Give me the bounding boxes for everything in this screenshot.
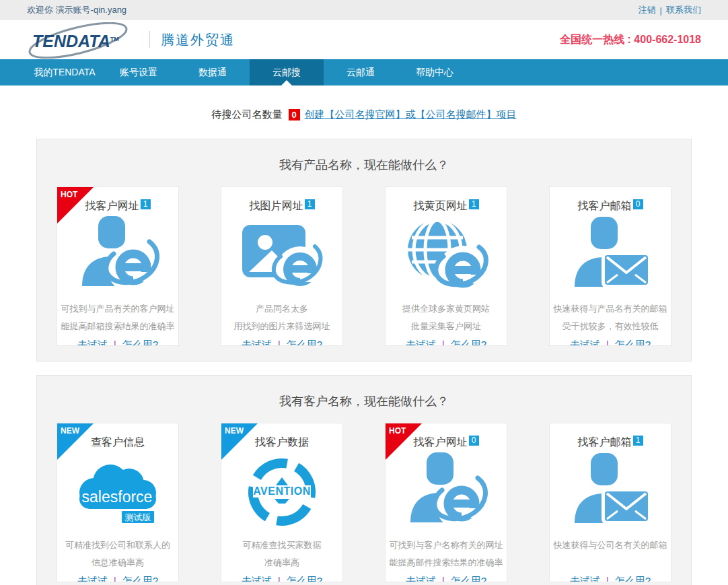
pending-company-bar: 待搜公司名数量 0 创建【公司名搜官网】或【公司名搜邮件】项目 xyxy=(0,108,728,121)
header-divider xyxy=(149,31,150,48)
topbar-separator: | xyxy=(660,5,662,15)
card-links: 去试试|怎么用? xyxy=(386,575,507,582)
header: TENDATATM 腾道外贸通 全国统一热线 : 400-662-1018 xyxy=(0,20,728,59)
section-title: 我有产品名称，现在能做什么？ xyxy=(57,139,671,186)
count-badge: 1 xyxy=(469,199,479,209)
pending-count-badge: 0 xyxy=(289,109,300,121)
how-to-link[interactable]: 怎么用? xyxy=(122,575,158,582)
card-find-customer-email-2: 找客户邮箱1 快速获得与公司名有关的邮箱 xyxy=(549,423,671,582)
product-name: 腾道外贸通 xyxy=(161,31,235,49)
trial-badge: 测试版 xyxy=(125,512,151,522)
logo-wordmark: TENDATATM xyxy=(32,32,119,51)
card-find-yellowpage-website: 找黄页网址1 xyxy=(385,186,507,346)
card-description: 可精准查找买家数据 准确率高 xyxy=(221,537,342,572)
nav-item-cloud-mail-search[interactable]: 云邮搜 xyxy=(250,59,324,85)
person-email-icon xyxy=(550,450,671,537)
card-links: 去试试|怎么用? xyxy=(57,575,178,582)
card-links: 去试试|怎么用? xyxy=(550,339,671,346)
new-ribbon: NEW xyxy=(221,423,258,460)
try-link[interactable]: 去试试 xyxy=(77,575,108,582)
how-to-link[interactable]: 怎么用? xyxy=(451,575,486,582)
nav-item-data-pass[interactable]: 数据通 xyxy=(176,59,250,85)
card-check-customer-info: NEW 查客户信息 salesforce 测试版 可精准找 xyxy=(57,423,179,582)
card-description: 可找到与产品有关的客户网址 能提高邮箱搜索结果的准确率 xyxy=(57,300,178,335)
card-find-customer-website: HOT 找客户网址1 可找到与产品有关的客户网址 能提高邮箱搜索结果的准 xyxy=(57,186,179,346)
salesforce-logo: salesforce 测试版 xyxy=(57,450,178,537)
main-nav: 我的TENDATA 账号设置 数据通 云邮搜 云邮通 帮助中心 xyxy=(0,59,728,85)
topbar-links: 注销 | 联系我们 xyxy=(639,4,701,16)
image-browser-icon xyxy=(221,214,342,300)
nav-item-help-center[interactable]: 帮助中心 xyxy=(398,59,472,85)
count-badge: 1 xyxy=(305,199,315,209)
tendata-logo: TENDATATM xyxy=(27,22,145,58)
card-find-customer-website-2: HOT 找客户网址0 可找到与客户名称有关的网址 能提高邮件搜索结果的准 xyxy=(385,423,507,582)
welcome-text: 欢迎你 演示账号-qin.yang xyxy=(27,4,126,16)
nav-item-cloud-mail-pass[interactable]: 云邮通 xyxy=(324,59,398,85)
svg-text:salesforce: salesforce xyxy=(82,488,153,506)
count-badge: 1 xyxy=(633,436,643,446)
try-link[interactable]: 去试试 xyxy=(77,339,108,346)
contact-us-link[interactable]: 联系我们 xyxy=(666,4,701,16)
card-find-customer-email: 找客户邮箱0 快速获得与产品名有关的邮箱 受干扰较多，有效性较低 xyxy=(549,186,671,346)
new-ribbon: NEW xyxy=(57,423,94,460)
card-find-customer-data: NEW 找客户数据 AVENTION 可精准查找买家数据 准确率高 去试试|怎么… xyxy=(221,423,343,582)
try-link[interactable]: 去试试 xyxy=(242,339,272,346)
try-link[interactable]: 去试试 xyxy=(570,339,600,346)
card-links: 去试试|怎么用? xyxy=(221,575,342,582)
person-email-icon xyxy=(550,214,671,300)
try-link[interactable]: 去试试 xyxy=(570,575,600,582)
hotline-number: 全国统一热线 : 400-662-1018 xyxy=(560,33,701,47)
active-tab-arrow xyxy=(281,80,292,85)
how-to-link[interactable]: 怎么用? xyxy=(287,339,322,346)
card-description: 快速获得与公司名有关的邮箱 xyxy=(550,537,671,572)
count-badge: 0 xyxy=(633,199,643,209)
logout-link[interactable]: 注销 xyxy=(639,4,656,16)
nav-item-account-settings[interactable]: 账号设置 xyxy=(102,59,176,85)
card-description: 提供全球多家黄页网站 批量采集客户网址 xyxy=(386,300,507,335)
card-find-image-website: 找图片网址1 产品同名太多 用找到的图片来筛选网址 去试试|怎么用? xyxy=(221,186,343,346)
svg-text:AVENTION: AVENTION xyxy=(253,485,310,497)
create-project-link[interactable]: 创建【公司名搜官网】或【公司名搜邮件】项目 xyxy=(305,108,517,121)
try-link[interactable]: 去试试 xyxy=(406,339,436,346)
pending-company-label: 待搜公司名数量 xyxy=(212,108,283,121)
card-description: 产品同名太多 用找到的图片来筛选网址 xyxy=(221,300,342,335)
how-to-link[interactable]: 怎么用? xyxy=(451,339,486,346)
card-links: 去试试|怎么用? xyxy=(550,575,671,582)
card-links: 去试试|怎么用? xyxy=(386,339,507,346)
avention-logo: AVENTION xyxy=(221,450,342,537)
card-description: 可找到与客户名称有关的网址 能提高邮件搜索结果的准确率 xyxy=(386,537,507,572)
globe-browser-icon xyxy=(386,214,507,300)
section-product-name: 我有产品名称，现在能做什么？ HOT 找客户网址1 xyxy=(36,139,692,362)
hot-ribbon: HOT xyxy=(386,423,422,460)
card-title: 找图片网址1 xyxy=(221,199,342,213)
trademark: TM xyxy=(110,36,119,42)
count-badge: 0 xyxy=(469,436,479,446)
section-title: 我有客户名称，现在能做什么？ xyxy=(57,376,671,423)
person-browser-icon xyxy=(57,214,178,300)
try-link[interactable]: 去试试 xyxy=(242,575,272,582)
how-to-link[interactable]: 怎么用? xyxy=(287,575,322,582)
section-customer-name: 我有客户名称，现在能做什么？ NEW 查客户信息 salesforce 测试版 xyxy=(36,375,692,585)
card-title: 找客户邮箱0 xyxy=(550,199,671,213)
how-to-link[interactable]: 怎么用? xyxy=(615,339,651,346)
count-badge: 1 xyxy=(141,199,151,209)
card-title: 找黄页网址1 xyxy=(386,199,507,213)
top-utility-bar: 欢迎你 演示账号-qin.yang 注销 | 联系我们 xyxy=(0,0,728,20)
card-links: 去试试|怎么用? xyxy=(57,339,178,346)
how-to-link[interactable]: 怎么用? xyxy=(122,339,158,346)
try-link[interactable]: 去试试 xyxy=(406,575,436,582)
card-description: 可精准找到公司和联系人的 信息准确率高 xyxy=(57,537,178,572)
nav-item-my-tendata[interactable]: 我的TENDATA xyxy=(28,59,102,85)
card-title: 找客户邮箱1 xyxy=(550,436,671,449)
person-browser-icon xyxy=(386,450,507,537)
hot-ribbon: HOT xyxy=(57,187,94,223)
how-to-link[interactable]: 怎么用? xyxy=(615,575,651,582)
card-links: 去试试|怎么用? xyxy=(221,339,342,346)
card-description: 快速获得与产品名有关的邮箱 受干扰较多，有效性较低 xyxy=(550,300,671,335)
